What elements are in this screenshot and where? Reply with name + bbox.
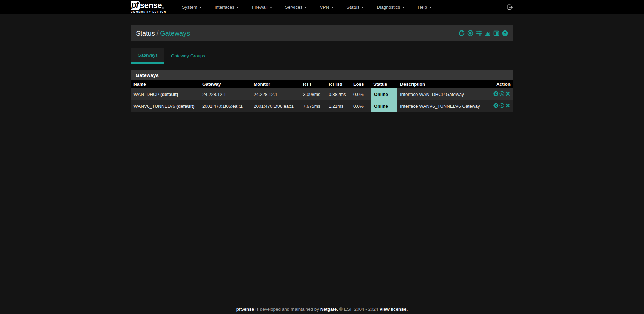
col-rttsd: RTTsd <box>326 80 351 88</box>
main-menu: System Interfaces Firewall Services VPN … <box>176 0 438 14</box>
col-rtt: RTT <box>300 80 326 88</box>
logo-pf-box: pf <box>131 1 140 10</box>
times-circle-outline-icon[interactable] <box>499 103 504 108</box>
panel-title: Gateways <box>131 70 513 80</box>
svg-text:?: ? <box>504 31 506 36</box>
times-circle-solid-icon[interactable] <box>493 103 498 108</box>
gateway-name: WAN_DHCP (default) <box>131 88 200 100</box>
rttsd-value: 0.882ms <box>326 88 351 100</box>
breadcrumb: Status/Gateways <box>136 29 190 37</box>
footer-brand: pfSense <box>236 307 254 312</box>
menu-status[interactable]: Status <box>340 0 370 14</box>
breadcrumb-separator: / <box>155 29 160 37</box>
pfsense-logo[interactable]: pfsense® COMMUNITY EDITION <box>131 1 166 13</box>
times-circle-outline-icon[interactable] <box>499 91 504 96</box>
top-navbar: pfsense® COMMUNITY EDITION System Interf… <box>0 0 644 14</box>
default-label: (default) <box>160 92 178 97</box>
col-description: Description <box>397 80 486 88</box>
col-monitor: Monitor <box>251 80 300 88</box>
times-icon[interactable] <box>505 103 511 108</box>
status-badge: Online <box>371 88 397 100</box>
caret-down-icon <box>402 7 405 8</box>
gateway-description: Interface WANV6_TUNNELV6 Gateway <box>397 100 486 112</box>
rttsd-value: 1.21ms <box>326 100 351 112</box>
logo-edition-text: COMMUNITY EDITION <box>131 11 166 13</box>
gateways-table: Name Gateway Monitor RTT RTTsd Loss Stat… <box>131 80 513 112</box>
times-circle-solid-icon[interactable] <box>493 91 498 96</box>
table-row: WANV6_TUNNELV6 (default) 2001:470:1f06:e… <box>131 100 513 112</box>
netgate-link[interactable]: Netgate. <box>320 307 338 312</box>
table-header-row: Name Gateway Monitor RTT RTTsd Loss Stat… <box>131 80 513 88</box>
refresh-icon[interactable] <box>459 30 465 36</box>
loss-value: 0.0% <box>351 88 371 100</box>
col-name: Name <box>131 80 200 88</box>
menu-help[interactable]: Help <box>411 0 438 14</box>
gateway-name: WANV6_TUNNELV6 (default) <box>131 100 200 112</box>
view-license-link[interactable]: View license. <box>379 307 408 312</box>
logo-registered-mark: ® <box>162 7 164 9</box>
sign-out-icon[interactable] <box>507 4 513 10</box>
table-row: WAN_DHCP (default) 24.228.12.1 24.228.12… <box>131 88 513 100</box>
menu-services[interactable]: Services <box>279 0 314 14</box>
menu-diagnostics[interactable]: Diagnostics <box>370 0 411 14</box>
times-icon[interactable] <box>505 91 511 96</box>
col-loss: Loss <box>351 80 371 88</box>
col-status: Status <box>371 80 397 88</box>
menu-vpn[interactable]: VPN <box>313 0 340 14</box>
caret-down-icon <box>199 7 202 8</box>
loss-value: 0.0% <box>351 100 371 112</box>
monitor-address: 2001:470:1f06:ea::1 <box>251 100 300 112</box>
rtt-value: 3.098ms <box>300 88 326 100</box>
rtt-value: 7.675ms <box>300 100 326 112</box>
gateways-panel: Gateways Name Gateway Monitor RTT RTTsd … <box>131 70 513 112</box>
help-icon[interactable]: ? <box>502 30 508 36</box>
logo-sense-text: sense <box>140 1 162 9</box>
bar-chart-icon[interactable] <box>485 30 491 36</box>
page-footer: pfSense is developed and maintained by N… <box>0 307 644 312</box>
col-action: Action <box>486 80 513 88</box>
breadcrumb-page[interactable]: Gateways <box>160 29 190 37</box>
menu-system[interactable]: System <box>176 0 208 14</box>
menu-interfaces[interactable]: Interfaces <box>208 0 246 14</box>
menu-firewall[interactable]: Firewall <box>246 0 279 14</box>
footer-copyright: © ESF 2004 - 2024 <box>338 307 379 312</box>
caret-down-icon <box>429 7 432 8</box>
stop-circle-icon[interactable] <box>467 30 473 36</box>
gateway-description: Interface WAN_DHCP Gateway <box>397 88 486 100</box>
log-list-icon[interactable] <box>493 30 499 36</box>
gateway-address: 2001:470:1f06:ea::1 <box>200 100 251 112</box>
caret-down-icon <box>361 7 364 8</box>
default-label: (default) <box>176 104 194 109</box>
caret-down-icon <box>331 7 334 8</box>
breadcrumb-section: Status <box>136 29 155 37</box>
footer-text: is developed and maintained by <box>254 307 320 312</box>
page-header-bar: Status/Gateways <box>131 25 513 41</box>
sliders-icon[interactable] <box>476 30 482 36</box>
gateway-address: 24.228.12.1 <box>200 88 251 100</box>
caret-down-icon <box>236 7 239 8</box>
caret-down-icon <box>270 7 272 8</box>
tab-gateways[interactable]: Gateways <box>131 48 164 64</box>
tab-gateway-groups[interactable]: Gateway Groups <box>164 48 212 64</box>
col-gateway: Gateway <box>200 80 251 88</box>
sub-tabs: Gateways Gateway Groups <box>131 48 513 64</box>
caret-down-icon <box>304 7 307 8</box>
monitor-address: 24.228.12.1 <box>251 88 300 100</box>
status-badge: Online <box>371 100 397 112</box>
